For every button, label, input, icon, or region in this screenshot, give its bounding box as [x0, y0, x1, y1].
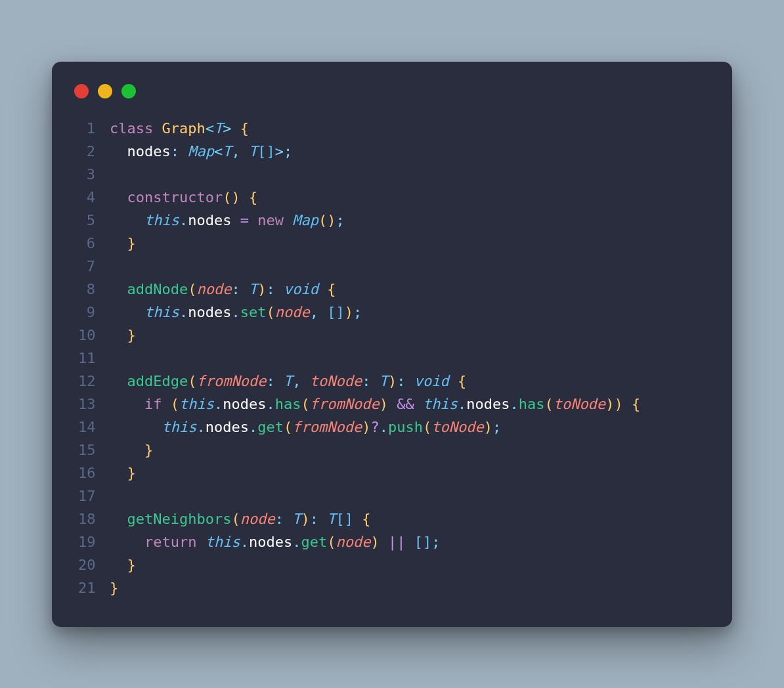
code-line: this.nodes = new Map(); — [110, 209, 706, 232]
line-number: 16 — [78, 462, 110, 484]
code-line — [110, 347, 706, 370]
editor-window: 1 class Graph<T> { 2 nodes: Map<T, T[]>;… — [52, 62, 732, 627]
line-number: 6 — [78, 232, 110, 255]
code-line — [110, 255, 706, 278]
line-number: 17 — [78, 484, 110, 507]
line-number: 11 — [78, 347, 110, 370]
line-number: 5 — [78, 209, 110, 232]
line-number: 8 — [78, 278, 110, 301]
code-line: if (this.nodes.has(fromNode) && this.nod… — [110, 393, 706, 416]
line-number: 21 — [78, 576, 110, 599]
line-number: 10 — [78, 324, 110, 347]
code-editor[interactable]: 1 class Graph<T> { 2 nodes: Map<T, T[]>;… — [78, 117, 706, 599]
code-line: addEdge(fromNode: T, toNode: T): void { — [110, 370, 706, 393]
line-number: 7 — [78, 255, 110, 278]
code-line: addNode(node: T): void { — [110, 278, 706, 301]
line-number: 15 — [78, 439, 110, 462]
minimize-icon[interactable] — [98, 84, 112, 98]
code-line: this.nodes.get(fromNode)?.push(toNode); — [110, 416, 706, 439]
line-number: 19 — [78, 530, 110, 553]
code-line — [110, 163, 706, 186]
code-line: return this.nodes.get(node) || []; — [110, 530, 706, 553]
code-line: nodes: Map<T, T[]>; — [110, 140, 706, 163]
line-number: 4 — [78, 186, 110, 209]
line-number: 18 — [78, 507, 110, 530]
line-number: 20 — [78, 553, 110, 576]
line-number: 1 — [78, 117, 110, 140]
code-line: constructor() { — [110, 186, 706, 209]
line-number: 13 — [78, 393, 110, 416]
code-line: } — [110, 553, 706, 576]
zoom-icon[interactable] — [121, 84, 136, 98]
line-number: 3 — [78, 163, 110, 186]
line-number: 12 — [78, 370, 110, 393]
code-line: getNeighbors(node: T): T[] { — [110, 507, 706, 530]
line-number: 9 — [78, 301, 110, 324]
window-titlebar — [74, 84, 706, 98]
code-line: } — [110, 324, 706, 347]
line-number: 2 — [78, 140, 110, 163]
code-line: } — [110, 232, 706, 255]
code-line: } — [110, 576, 706, 599]
code-line: this.nodes.set(node, []); — [110, 301, 706, 324]
code-line — [110, 484, 706, 507]
close-icon[interactable] — [74, 84, 89, 98]
code-line: } — [110, 439, 706, 462]
line-number: 14 — [78, 416, 110, 439]
code-line: class Graph<T> { — [110, 117, 706, 140]
code-line: } — [110, 462, 706, 484]
